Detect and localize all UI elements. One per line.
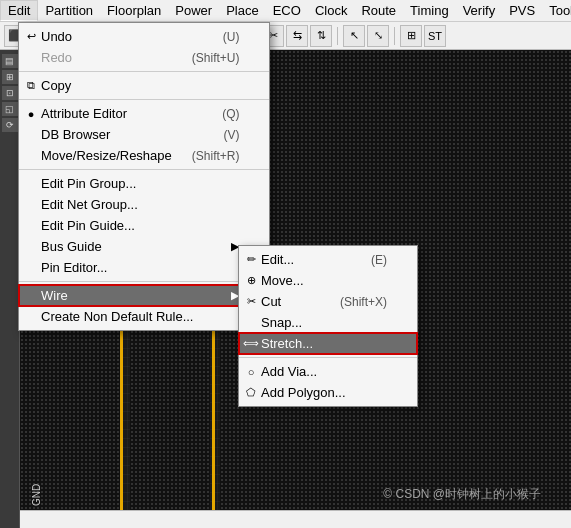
menu-sep-4 (19, 281, 269, 282)
menu-item-edit-pin-group[interactable]: Edit Pin Group... (19, 173, 269, 194)
wire-submenu: ✏ Edit... (E) ⊕ Move... ✂ Cut (Shift+X) … (238, 245, 418, 407)
edit-pin-group-icon (23, 176, 39, 192)
submenu-add-via-label: Add Via... (261, 364, 317, 379)
edit-pin-group-label: Edit Pin Group... (41, 176, 136, 191)
sidebar-icon-3[interactable]: ⊡ (2, 86, 18, 100)
menu-floorplan[interactable]: Floorplan (100, 1, 168, 20)
watermark: © CSDN @时钟树上的小猴子 (383, 486, 541, 503)
toolbar-sep-4 (394, 27, 395, 45)
submenu-item-cut[interactable]: ✂ Cut (Shift+X) (239, 291, 417, 312)
menu-item-create-non-default[interactable]: Create Non Default Rule... (19, 306, 269, 327)
pin-editor-label: Pin Editor... (41, 260, 107, 275)
submenu-snap-icon (243, 315, 259, 331)
menu-clock[interactable]: Clock (308, 1, 355, 20)
submenu-item-move[interactable]: ⊕ Move... (239, 270, 417, 291)
sidebar-icon-4[interactable]: ◱ (2, 102, 18, 116)
submenu-move-icon: ⊕ (243, 273, 259, 289)
menu-item-db-browser[interactable]: DB Browser (V) (19, 124, 269, 145)
sidebar-icon-2[interactable]: ⊞ (2, 70, 18, 84)
menu-place[interactable]: Place (219, 1, 266, 20)
submenu-move-label: Move... (261, 273, 304, 288)
db-browser-label: DB Browser (41, 127, 110, 142)
menu-route[interactable]: Route (354, 1, 403, 20)
menu-partition[interactable]: Partition (38, 1, 100, 20)
undo-shortcut: (U) (223, 30, 240, 44)
submenu-cut-shortcut: (Shift+X) (340, 295, 387, 309)
toolbar-btn-17[interactable]: ST (424, 25, 446, 47)
submenu-snap-label: Snap... (261, 315, 302, 330)
menu-item-attr-editor[interactable]: ● Attribute Editor (Q) (19, 103, 269, 124)
copy-label: Copy (41, 78, 71, 93)
submenu-add-via-icon: ○ (243, 364, 259, 380)
menu-item-undo[interactable]: ↩ Undo (U) (19, 26, 269, 47)
menu-item-redo[interactable]: Redo (Shift+U) (19, 47, 269, 68)
submenu-sep-1 (239, 357, 417, 358)
create-non-default-label: Create Non Default Rule... (41, 309, 193, 324)
menu-item-pin-editor[interactable]: Pin Editor... (19, 257, 269, 278)
toolbar-btn-14[interactable]: ↖ (343, 25, 365, 47)
left-sidebar: ▤ ⊞ ⊡ ◱ ⟳ (0, 50, 20, 528)
edit-pin-guide-label: Edit Pin Guide... (41, 218, 135, 233)
menu-timing[interactable]: Timing (403, 1, 456, 20)
menu-item-wire[interactable]: Wire ▶ (19, 285, 269, 306)
menu-edit[interactable]: Edit (0, 0, 38, 21)
edit-pin-guide-icon (23, 218, 39, 234)
sidebar-icon-1[interactable]: ▤ (2, 54, 18, 68)
submenu-item-add-via[interactable]: ○ Add Via... (239, 361, 417, 382)
menu-sep-3 (19, 169, 269, 170)
submenu-item-edit[interactable]: ✏ Edit... (E) (239, 249, 417, 270)
undo-icon: ↩ (23, 29, 39, 45)
menu-pvs[interactable]: PVS (502, 1, 542, 20)
menu-eco[interactable]: ECO (266, 1, 308, 20)
redo-icon (23, 50, 39, 66)
toolbar-btn-16[interactable]: ⊞ (400, 25, 422, 47)
edit-net-group-label: Edit Net Group... (41, 197, 138, 212)
toolbar-btn-12[interactable]: ⇆ (286, 25, 308, 47)
toolbar-btn-15[interactable]: ⤡ (367, 25, 389, 47)
move-resize-shortcut: (Shift+R) (192, 149, 240, 163)
move-resize-icon (23, 148, 39, 164)
copy-icon: ⧉ (23, 78, 39, 94)
menu-tools[interactable]: Tools (542, 1, 571, 20)
submenu-cut-icon: ✂ (243, 294, 259, 310)
bus-guide-label: Bus Guide (41, 239, 102, 254)
edit-net-group-icon (23, 197, 39, 213)
submenu-edit-icon: ✏ (243, 252, 259, 268)
sidebar-icon-5[interactable]: ⟳ (2, 118, 18, 132)
toolbar-sep-3 (337, 27, 338, 45)
submenu-item-snap[interactable]: Snap... (239, 312, 417, 333)
submenu-add-polygon-icon: ⬠ (243, 385, 259, 401)
submenu-stretch-label: Stretch... (261, 336, 313, 351)
menu-item-edit-pin-guide[interactable]: Edit Pin Guide... (19, 215, 269, 236)
wire-icon (23, 288, 39, 304)
menu-item-move-resize[interactable]: Move/Resize/Reshape (Shift+R) (19, 145, 269, 166)
statusbar (20, 510, 571, 528)
menu-sep-2 (19, 99, 269, 100)
submenu-edit-shortcut: (E) (371, 253, 387, 267)
redo-shortcut: (Shift+U) (192, 51, 240, 65)
menu-item-edit-net-group[interactable]: Edit Net Group... (19, 194, 269, 215)
bus-guide-icon (23, 239, 39, 255)
db-browser-shortcut: (V) (223, 128, 239, 142)
menubar: Edit Partition Floorplan Power Place ECO… (0, 0, 571, 22)
submenu-edit-label: Edit... (261, 252, 294, 267)
menu-item-copy[interactable]: ⧉ Copy (19, 75, 269, 96)
move-resize-label: Move/Resize/Reshape (41, 148, 172, 163)
pin-editor-icon (23, 260, 39, 276)
attr-editor-shortcut: (Q) (222, 107, 239, 121)
gnd-label: GND (31, 484, 42, 506)
attr-editor-label: Attribute Editor (41, 106, 127, 121)
attr-editor-icon: ● (23, 106, 39, 122)
toolbar-btn-13[interactable]: ⇅ (310, 25, 332, 47)
submenu-stretch-icon: ⟺ (243, 336, 259, 352)
submenu-item-stretch[interactable]: ⟺ Stretch... (239, 333, 417, 354)
menu-item-bus-guide[interactable]: Bus Guide ▶ (19, 236, 269, 257)
submenu-add-polygon-label: Add Polygon... (261, 385, 346, 400)
undo-label: Undo (41, 29, 72, 44)
menu-verify[interactable]: Verify (456, 1, 503, 20)
menu-power[interactable]: Power (168, 1, 219, 20)
db-browser-icon (23, 127, 39, 143)
submenu-item-add-polygon[interactable]: ⬠ Add Polygon... (239, 382, 417, 403)
edit-dropdown-menu: ↩ Undo (U) Redo (Shift+U) ⧉ Copy ● Attri… (18, 22, 270, 331)
menu-sep-1 (19, 71, 269, 72)
